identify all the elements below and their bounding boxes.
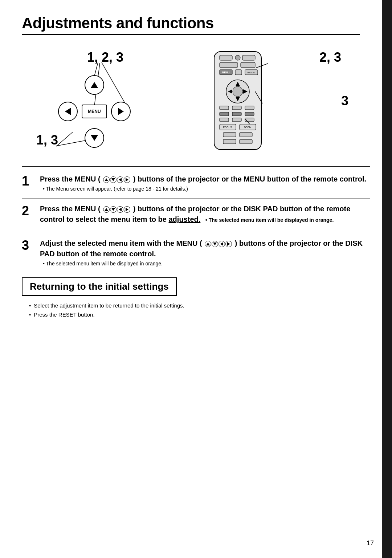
returning-note-1: • Select the adjustment item to be retur… bbox=[29, 302, 370, 309]
btn-left bbox=[58, 102, 78, 121]
step-1-note: • The Menu screen will appear. (refer to… bbox=[43, 186, 370, 192]
svg-rect-8 bbox=[242, 55, 255, 60]
step-2-note-inline: • The selected menu item will be display… bbox=[205, 217, 334, 223]
returning-section: Returning to the initial settings • Sele… bbox=[22, 277, 370, 318]
step-3-note: • The selected menu item will be display… bbox=[43, 261, 370, 266]
arrow-down-icon bbox=[91, 135, 98, 141]
step2-btn-icon-left bbox=[117, 206, 123, 213]
step3-btn-icon-down bbox=[212, 241, 218, 247]
btn-up bbox=[85, 75, 104, 95]
returning-title-box: Returning to the initial settings bbox=[22, 277, 177, 296]
step-2-divider bbox=[22, 233, 370, 233]
step3-btn-icon-left bbox=[219, 241, 225, 247]
right-bar bbox=[382, 0, 392, 558]
label-3: 3 bbox=[341, 93, 348, 109]
step-3-btn-icons bbox=[205, 241, 232, 247]
btn-menu: MENU bbox=[82, 105, 107, 118]
svg-point-17 bbox=[233, 86, 243, 97]
remote-diagram: 2, 3 3 1 MENU FREEZE bbox=[189, 42, 370, 159]
step-2: 2 Press the MENU ( ) buttons of the proj… bbox=[22, 204, 370, 226]
svg-rect-10 bbox=[241, 62, 255, 68]
svg-rect-29 bbox=[232, 118, 241, 122]
svg-rect-23 bbox=[232, 106, 241, 110]
step-2-text: Press the MENU ( ) buttons of the projec… bbox=[40, 204, 370, 225]
btn-icon-left bbox=[117, 176, 123, 183]
bullet-2: • bbox=[29, 311, 31, 318]
step-3: 3 Adjust the selected menu item with the… bbox=[22, 238, 370, 266]
diagram-section: 1, 2, 3 1, 3 bbox=[22, 42, 370, 167]
step-3-content: Adjust the selected menu item with the M… bbox=[40, 238, 370, 266]
svg-rect-9 bbox=[220, 62, 238, 68]
svg-rect-38 bbox=[240, 139, 252, 144]
svg-rect-37 bbox=[223, 139, 236, 144]
svg-rect-30 bbox=[245, 118, 254, 122]
step-3-number: 3 bbox=[22, 239, 40, 252]
svg-text:MENU: MENU bbox=[222, 71, 230, 74]
btn-icon-down bbox=[110, 176, 117, 183]
step3-btn-icon-right bbox=[225, 241, 232, 247]
btn-down bbox=[85, 128, 104, 148]
menu-label: MENU bbox=[88, 109, 101, 114]
arrow-left-icon bbox=[65, 108, 71, 115]
step2-btn-icon-down bbox=[110, 206, 117, 213]
svg-rect-22 bbox=[220, 106, 229, 110]
step-1: 1 Press the MENU ( ) buttons of the proj… bbox=[22, 174, 370, 192]
step-1-divider bbox=[22, 198, 370, 199]
arrow-up-icon bbox=[91, 82, 98, 88]
step-1-content: Press the MENU ( ) buttons of the projec… bbox=[40, 174, 370, 192]
svg-rect-35 bbox=[223, 133, 236, 137]
returning-note-2-text: Press the RESET button. bbox=[34, 311, 94, 318]
svg-rect-13 bbox=[235, 70, 242, 75]
btn-cluster: MENU bbox=[58, 75, 131, 148]
step-3-text: Adjust the selected menu item with the M… bbox=[40, 238, 370, 259]
svg-rect-25 bbox=[220, 112, 229, 116]
label-23: 2, 3 bbox=[319, 50, 341, 65]
step-2-number: 2 bbox=[22, 204, 40, 217]
step-1-number: 1 bbox=[22, 175, 40, 188]
projector-diagram: 1, 2, 3 1, 3 bbox=[22, 42, 189, 159]
page-number: 17 bbox=[367, 539, 374, 547]
svg-rect-24 bbox=[245, 106, 254, 110]
returning-note-2: • Press the RESET button. bbox=[29, 311, 370, 318]
label-123: 1, 2, 3 bbox=[87, 50, 123, 65]
step-2-content: Press the MENU ( ) buttons of the projec… bbox=[40, 204, 370, 226]
remote-svg: MENU FREEZE bbox=[203, 50, 276, 155]
title-underline bbox=[22, 34, 360, 35]
svg-rect-26 bbox=[232, 112, 241, 116]
page-container: Adjustments and functions 1, 2, 3 1, 3 bbox=[0, 0, 392, 558]
page-title: Adjustments and functions bbox=[22, 15, 370, 32]
step3-btn-icon-up bbox=[205, 241, 211, 247]
step-2-btn-icons bbox=[103, 206, 130, 213]
step2-btn-icon-right bbox=[124, 206, 130, 213]
btn-right bbox=[111, 102, 131, 121]
svg-rect-36 bbox=[240, 133, 252, 137]
steps-section: 1 Press the MENU ( ) buttons of the proj… bbox=[22, 174, 370, 266]
step-1-btn-icons bbox=[103, 176, 130, 183]
svg-rect-7 bbox=[235, 55, 240, 60]
svg-text:FOCUS: FOCUS bbox=[223, 126, 232, 129]
btn-icon-right bbox=[124, 176, 130, 183]
svg-rect-28 bbox=[220, 118, 229, 122]
bullet-1: • bbox=[29, 302, 31, 309]
returning-note-1-text: Select the adjustment item to be returne… bbox=[34, 302, 184, 309]
step2-btn-icon-up bbox=[103, 206, 110, 213]
returning-title: Returning to the initial settings bbox=[30, 281, 169, 292]
svg-text:ZOOM: ZOOM bbox=[244, 126, 252, 129]
svg-rect-27 bbox=[245, 112, 254, 116]
step-1-text: Press the MENU ( ) buttons of the projec… bbox=[40, 174, 370, 184]
arrow-right-icon bbox=[118, 108, 124, 115]
btn-icon-up bbox=[103, 176, 110, 183]
svg-rect-6 bbox=[220, 55, 232, 60]
returning-notes: • Select the adjustment item to be retur… bbox=[29, 302, 370, 318]
label-13: 1, 3 bbox=[36, 133, 58, 148]
svg-text:FREEZE: FREEZE bbox=[247, 72, 256, 74]
